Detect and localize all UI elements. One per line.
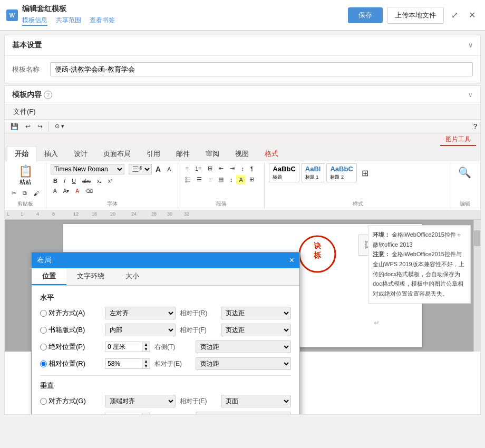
h-book-radio[interactable] [40, 327, 47, 334]
line-spacing-btn[interactable]: ↕ [227, 175, 236, 184]
h-abs-up[interactable]: ▲ [142, 342, 150, 347]
tab-view-bookmark[interactable]: 查看书签 [90, 16, 115, 26]
underline-btn[interactable]: U [69, 176, 79, 186]
h-abs-radio-label[interactable]: 绝对位置(P) [40, 342, 101, 352]
v-align-value[interactable]: 顶端对齐 [105, 395, 176, 407]
dialog-tab-size[interactable]: 大小 [115, 268, 150, 285]
h-rel-radio-label[interactable]: 相对位置(R) [40, 359, 101, 368]
redo-btn[interactable]: ↪ [35, 121, 45, 132]
cut-btn[interactable]: ✂ [9, 188, 19, 198]
h-abs-radio[interactable] [40, 344, 47, 350]
v-align-relative[interactable]: 页面 [221, 395, 292, 407]
numbering-btn[interactable]: 1≡ [192, 164, 205, 173]
show-marks-btn[interactable]: ¶ [248, 164, 256, 173]
h-rel-up[interactable]: ▲ [142, 359, 150, 364]
help-icon[interactable]: ? [44, 91, 52, 99]
font-name-select[interactable]: Times New Roman [51, 164, 124, 174]
tab-page-layout[interactable]: 页面布局 [95, 146, 139, 161]
v-align-radio-label[interactable]: 对齐方式(G) [40, 396, 101, 406]
h-rel-radio[interactable] [40, 361, 47, 367]
font-shrink-btn[interactable]: A [164, 164, 173, 174]
clear-format-btn[interactable]: ⌫ [83, 187, 95, 196]
expand-icon[interactable]: ⤢ [448, 9, 461, 21]
text-effect-btn[interactable]: A [51, 187, 60, 196]
copy-btn[interactable]: ⧉ [20, 188, 30, 198]
subscript-btn[interactable]: x₂ [94, 177, 104, 186]
h-abs-input[interactable] [105, 342, 142, 352]
h-align-radio-label[interactable]: 对齐方式(A) [40, 308, 101, 318]
justify-btn[interactable]: ▤ [216, 174, 226, 184]
dialog-tab-text-wrap[interactable]: 文字环绕 [66, 268, 115, 285]
bullets-btn[interactable]: ≡ [182, 164, 191, 173]
file-menu[interactable]: 文件(F) [9, 105, 40, 118]
h-abs-relative[interactable]: 页边距 [196, 340, 291, 353]
increase-indent-btn[interactable]: ⇥ [227, 163, 237, 173]
tab-references[interactable]: 引用 [139, 146, 168, 161]
tab-template-info[interactable]: 模板信息 [22, 16, 47, 26]
save-button[interactable]: 保存 [348, 7, 383, 23]
svg-text:栎: 栎 [313, 251, 322, 259]
undo-btn[interactable]: ↩ [23, 121, 33, 132]
paste-btn[interactable]: 📋 粘贴 [15, 163, 36, 187]
h-rel-input[interactable] [105, 358, 142, 369]
align-right-btn[interactable]: ≡ [206, 175, 214, 184]
close-icon[interactable]: ✕ [465, 9, 479, 21]
tab-format[interactable]: 格式 [257, 146, 286, 161]
decrease-indent-btn[interactable]: ⇤ [216, 163, 226, 173]
v-abs-input[interactable] [105, 413, 142, 415]
align-left-btn[interactable]: ⬱ [182, 174, 193, 184]
template-name-input[interactable] [50, 62, 473, 76]
template-content-chevron[interactable]: ∨ [468, 91, 473, 99]
multi-level-btn[interactable]: ⊞ [205, 163, 215, 173]
border-btn[interactable]: ⊞ [247, 174, 257, 184]
v-abs-radio-label[interactable]: 绝对位置(S) [40, 413, 101, 415]
style-heading[interactable]: AaBbC 标题 [269, 163, 299, 182]
v-abs-spinner: ▲ ▼ [105, 413, 150, 415]
h-book-value[interactable]: 内部 [105, 324, 176, 336]
dialog-close-btn[interactable]: × [289, 256, 294, 265]
style-more-btn[interactable]: ⊞ [359, 163, 371, 182]
v-abs-relative[interactable]: 段落 [196, 412, 291, 415]
tab-design[interactable]: 设计 [66, 146, 95, 161]
dialog-tab-position[interactable]: 位置 [32, 268, 66, 285]
style-heading2[interactable]: AaBbC 标题 2 [326, 163, 356, 182]
align-center-btn[interactable]: ☰ [194, 174, 205, 184]
font-color-btn[interactable]: A [73, 187, 82, 196]
h-abs-down[interactable]: ▼ [142, 347, 150, 352]
bold-btn[interactable]: B [51, 176, 60, 186]
text-highlight-btn[interactable]: A▾ [61, 187, 72, 196]
tab-home[interactable]: 开始 [7, 146, 36, 161]
scrollbar-v[interactable] [473, 220, 480, 352]
find-replace-btn[interactable]: 🔍 [455, 163, 474, 181]
format-copy-btn[interactable]: 🖌 [31, 189, 42, 198]
tab-mailings[interactable]: 邮件 [168, 146, 198, 161]
v-align-radio[interactable] [40, 398, 47, 405]
h-rel-down[interactable]: ▼ [142, 364, 150, 368]
tab-view[interactable]: 视图 [227, 146, 257, 161]
tab-insert[interactable]: 插入 [36, 146, 66, 161]
basic-settings-chevron[interactable]: ∨ [468, 42, 473, 49]
style-heading1[interactable]: AaBl 标题 1 [302, 163, 325, 182]
font-grow-btn[interactable]: A [153, 163, 163, 175]
scrollbar-thumb[interactable] [474, 230, 480, 246]
font-size-select[interactable]: 三号 [129, 164, 152, 174]
upload-button[interactable]: 上传本地文件 [387, 7, 444, 24]
shading-btn[interactable]: A [236, 175, 245, 184]
h-align-radio[interactable] [40, 310, 47, 317]
h-align-relative[interactable]: 页边距 [221, 307, 292, 319]
toolbar-dropdown[interactable]: ⊙ ▾ [52, 121, 67, 131]
h-rel-relative[interactable]: 页边距 [196, 357, 291, 370]
sort-btn[interactable]: ↕ [238, 164, 247, 173]
italic-btn[interactable]: I [61, 176, 68, 186]
tab-share-scope[interactable]: 共享范围 [56, 16, 81, 26]
h-book-relative[interactable]: 页边距 [221, 324, 292, 336]
superscript-btn[interactable]: x² [105, 177, 115, 186]
tab-review[interactable]: 审阅 [198, 146, 227, 161]
v-abs-up[interactable]: ▲ [142, 413, 150, 415]
v-abs-radio[interactable] [40, 415, 47, 415]
save-doc-btn[interactable]: 💾 [8, 121, 21, 132]
h-align-value[interactable]: 左对齐 [105, 307, 176, 319]
strikethrough-btn[interactable]: abc [80, 177, 93, 186]
h-book-radio-label[interactable]: 书籍版式(B) [40, 325, 101, 335]
question-mark[interactable]: ? [473, 122, 477, 130]
